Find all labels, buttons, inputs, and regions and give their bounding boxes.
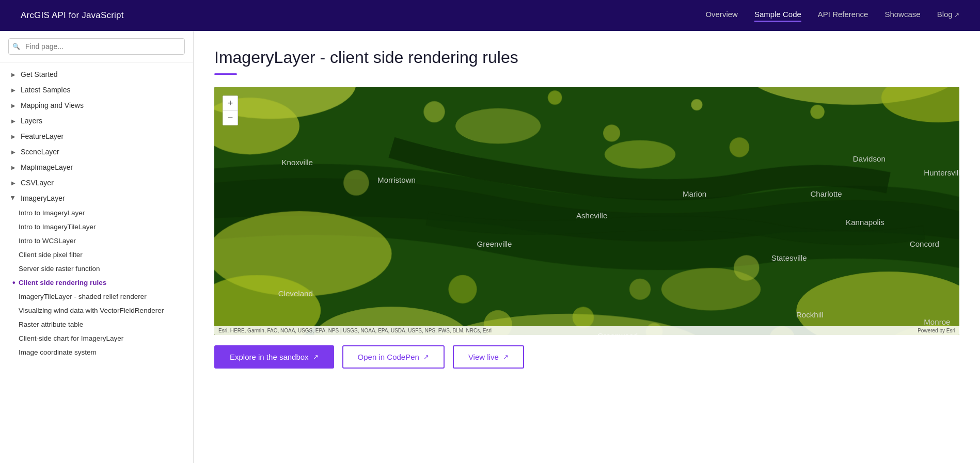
svg-text:Statesville: Statesville: [771, 254, 807, 263]
explore-sandbox-label: Explore in the sandbox: [230, 353, 309, 361]
chevron-down-icon: ▶: [10, 195, 17, 201]
sub-item-intro-tile[interactable]: Intro to ImageryTileLayer: [19, 220, 193, 234]
sidebar-item-imagery-layer[interactable]: ▶ ImageryLayer: [0, 190, 193, 206]
explore-sandbox-button[interactable]: Explore in the sandbox ↗: [214, 345, 334, 369]
main-content: ImageryLayer - client side rendering rul…: [194, 31, 980, 463]
sub-item-client-chart[interactable]: Client-side chart for ImageryLayer: [19, 331, 193, 345]
sidebar-label-scene-layer: SceneLayer: [21, 148, 59, 156]
sub-item-intro-wcs[interactable]: Intro to WCSLayer: [19, 234, 193, 248]
sidebar-label-latest-samples: Latest Samples: [21, 86, 71, 94]
sidebar-item-mapping-views[interactable]: ▶ Mapping and Views: [0, 98, 193, 113]
app-header: ArcGIS API for JavaScript Overview Sampl…: [0, 0, 980, 31]
sidebar-label-csv-layer: CSVLayer: [21, 179, 54, 187]
chevron-right-icon-8: ▶: [10, 180, 17, 186]
svg-text:Charlotte: Charlotte: [810, 190, 842, 199]
map-powered-by: Powered by Esri: [918, 328, 955, 333]
svg-text:Marion: Marion: [683, 190, 706, 199]
page-wrapper: ▶ Get Started ▶ Latest Samples ▶ Mapping…: [0, 31, 980, 463]
svg-point-20: [548, 91, 562, 105]
app-logo: ArcGIS API for JavaScript: [21, 10, 124, 21]
sidebar-search-container: [0, 31, 193, 62]
sub-item-wind-vector[interactable]: Visualizing wind data with VectorFieldRe…: [19, 304, 193, 317]
svg-text:Huntersville: Huntersville: [924, 169, 959, 178]
sidebar-label-get-started: Get Started: [21, 70, 58, 78]
svg-text:Greenville: Greenville: [477, 240, 512, 248]
chevron-right-icon-7: ▶: [10, 164, 17, 170]
svg-point-26: [449, 275, 477, 304]
view-live-label: View live: [468, 353, 499, 361]
view-live-button[interactable]: View live ↗: [453, 345, 524, 369]
svg-text:Monroe: Monroe: [924, 317, 950, 326]
nav-sample-code[interactable]: Sample Code: [754, 10, 801, 22]
imagery-layer-submenu: Intro to ImageryLayer Intro to ImageryTi…: [0, 206, 193, 359]
nav-overview[interactable]: Overview: [705, 10, 738, 22]
main-nav: Overview Sample Code API Reference Showc…: [705, 10, 959, 22]
search-icon-wrap: [8, 38, 185, 55]
sub-item-client-rendering[interactable]: Client side rendering rules: [19, 276, 193, 290]
svg-text:Davidson: Davidson: [853, 154, 886, 163]
chevron-right-icon-3: ▶: [10, 102, 17, 108]
external-link-icon-live: ↗: [503, 353, 509, 361]
svg-point-25: [343, 170, 369, 196]
svg-point-22: [691, 99, 703, 110]
svg-text:Morristown: Morristown: [377, 175, 416, 184]
search-input[interactable]: [8, 38, 185, 55]
sidebar-item-layers[interactable]: ▶ Layers: [0, 113, 193, 129]
chevron-right-icon-4: ▶: [10, 118, 17, 124]
sidebar-item-feature-layer[interactable]: ▶ FeatureLayer: [0, 129, 193, 144]
zoom-in-button[interactable]: +: [223, 96, 238, 110]
sidebar-label-layers: Layers: [21, 117, 42, 125]
sidebar-item-map-image-layer[interactable]: ▶ MapImageLayer: [0, 159, 193, 175]
sub-item-raster-attr[interactable]: Raster attribute table: [19, 317, 193, 331]
sidebar: ▶ Get Started ▶ Latest Samples ▶ Mapping…: [0, 31, 194, 463]
svg-point-23: [730, 137, 749, 157]
action-buttons: Explore in the sandbox ↗ Open in CodePen…: [214, 345, 959, 369]
sidebar-label-map-image-layer: MapImageLayer: [21, 163, 73, 171]
sub-item-image-coord[interactable]: Image coordinate system: [19, 345, 193, 359]
svg-text:Cleveland: Cleveland: [278, 289, 313, 298]
svg-point-27: [629, 279, 651, 300]
svg-text:Asheville: Asheville: [576, 211, 607, 220]
map-visualization: Knoxville Morristown Greenville Ashevill…: [214, 87, 959, 335]
svg-text:Kannapolis: Kannapolis: [846, 218, 884, 227]
sub-item-server-raster[interactable]: Server side raster function: [19, 262, 193, 276]
page-title: ImageryLayer - client side rendering rul…: [214, 47, 959, 67]
sub-item-pixel-filter[interactable]: Client side pixel filter: [19, 248, 193, 262]
zoom-out-button[interactable]: −: [223, 110, 238, 125]
sidebar-item-get-started[interactable]: ▶ Get Started: [0, 67, 193, 82]
map-attribution-text: Esri, HERE, Garmin, FAO, NOAA, USGS, EPA…: [218, 328, 492, 333]
svg-text:Concord: Concord: [910, 240, 939, 248]
svg-text:Knoxville: Knoxville: [282, 158, 313, 167]
chevron-right-icon-6: ▶: [10, 149, 17, 155]
chevron-right-icon-2: ▶: [10, 87, 17, 93]
svg-point-35: [605, 140, 675, 169]
external-link-icon-codepen: ↗: [423, 353, 429, 361]
sidebar-label-mapping-views: Mapping and Views: [21, 101, 84, 109]
map-preview: Knoxville Morristown Greenville Ashevill…: [214, 87, 959, 335]
svg-point-34: [455, 108, 541, 144]
nav-blog[interactable]: Blog: [937, 10, 959, 22]
svg-point-36: [661, 268, 761, 310]
svg-point-19: [423, 101, 445, 122]
sidebar-item-latest-samples[interactable]: ▶ Latest Samples: [0, 82, 193, 98]
sidebar-item-scene-layer[interactable]: ▶ SceneLayer: [0, 144, 193, 159]
map-attribution-bar: Esri, HERE, Garmin, FAO, NOAA, USGS, EPA…: [214, 326, 959, 335]
chevron-right-icon: ▶: [10, 71, 17, 77]
svg-point-30: [573, 307, 594, 328]
sidebar-label-feature-layer: FeatureLayer: [21, 132, 64, 140]
external-link-icon-sandbox: ↗: [313, 353, 319, 361]
svg-point-21: [603, 125, 620, 142]
nav-api-reference[interactable]: API Reference: [818, 10, 868, 22]
map-zoom-controls: + −: [223, 95, 238, 125]
sub-item-intro-imagery[interactable]: Intro to ImageryLayer: [19, 206, 193, 220]
sidebar-nav: ▶ Get Started ▶ Latest Samples ▶ Mapping…: [0, 62, 193, 363]
open-codepen-label: Open in CodePen: [358, 353, 419, 361]
title-underline: [214, 73, 237, 75]
chevron-right-icon-5: ▶: [10, 133, 17, 139]
svg-text:Rockhill: Rockhill: [796, 311, 824, 320]
sub-item-tile-relief[interactable]: ImageryTileLayer - shaded relief rendere…: [19, 290, 193, 304]
sidebar-label-imagery-layer: ImageryLayer: [21, 194, 65, 202]
sidebar-item-csv-layer[interactable]: ▶ CSVLayer: [0, 175, 193, 190]
open-codepen-button[interactable]: Open in CodePen ↗: [342, 345, 445, 369]
nav-showcase[interactable]: Showcase: [884, 10, 920, 22]
